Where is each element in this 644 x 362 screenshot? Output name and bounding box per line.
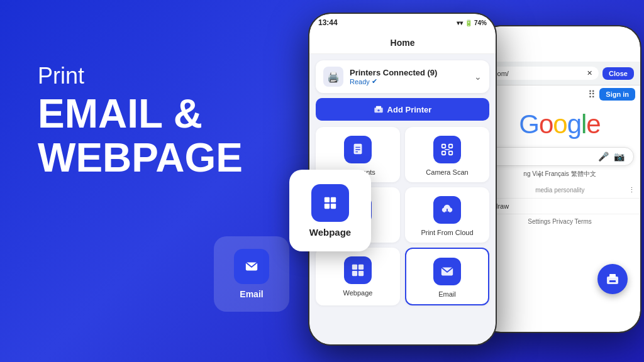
status-time: 13:44 [318, 18, 338, 27]
webpage-card-label: Webpage [309, 227, 351, 238]
svg-rect-15 [442, 151, 446, 155]
wifi-icon: ▾▾ [457, 19, 463, 26]
svg-rect-26 [609, 274, 616, 278]
status-bar: 13:44 ▾▾ 🔋 74% [309, 14, 496, 31]
svg-rect-14 [449, 145, 453, 148]
add-printer-label: Add Printer [387, 105, 432, 114]
battery-percent: 74% [474, 19, 487, 26]
list-item-meta-1: media personality [535, 187, 584, 194]
camera-scan-label: Camera Scan [426, 168, 468, 176]
webpage-grid-icon [344, 256, 372, 284]
email-card-icon [234, 249, 269, 284]
webpage-floating-card[interactable]: Webpage [289, 170, 371, 251]
add-printer-button[interactable]: Add Printer [316, 98, 489, 121]
email-grid-icon [433, 258, 461, 285]
svg-rect-13 [442, 145, 446, 148]
svg-rect-3 [325, 203, 330, 208]
check-icon: ✔ [372, 77, 377, 85]
sign-in-button[interactable]: Sign in [599, 88, 635, 101]
network-icon [323, 196, 337, 210]
svg-rect-20 [352, 265, 357, 270]
print-from-cloud-label: Print From Cloud [421, 229, 473, 236]
documents-icon [344, 136, 372, 163]
svg-rect-8 [378, 109, 379, 111]
email-floating-card[interactable]: Email [214, 236, 289, 312]
printer-text: Printers Connected (9) Ready ✔ [350, 68, 437, 85]
svg-rect-9 [354, 144, 362, 155]
svg-rect-21 [358, 265, 364, 270]
svg-rect-4 [331, 203, 336, 208]
status-icons: ▾▾ 🔋 74% [457, 19, 487, 26]
clear-icon[interactable]: ✕ [587, 69, 592, 77]
main-title: EMAIL & WEBPAGE [38, 92, 243, 180]
mic-icon[interactable]: 🎤 [598, 151, 609, 162]
email-grid-label: Email [438, 290, 456, 298]
printer-icon: 🖨️ [323, 67, 343, 87]
print-fab-icon [605, 272, 620, 287]
printer-info: 🖨️ Printers Connected (9) Ready ✔ [323, 67, 437, 87]
camera-scan-icon [433, 136, 461, 163]
close-button[interactable]: Close [602, 67, 634, 80]
printer-status: Ready ✔ [350, 77, 437, 85]
webpage-card-icon [311, 184, 349, 222]
left-section: Print EMAIL & WEBPAGE [38, 63, 243, 180]
cloud-print-icon [433, 196, 461, 224]
svg-rect-2 [331, 197, 336, 202]
add-printer-icon [374, 104, 384, 114]
email-icon [245, 260, 258, 273]
svg-rect-16 [449, 151, 453, 155]
search-icons: 🎤 📷 [598, 151, 625, 162]
svg-rect-1 [325, 197, 330, 202]
grid-item-camera-scan[interactable]: Camera Scan [405, 127, 489, 182]
svg-rect-27 [609, 280, 616, 282]
printer-card[interactable]: 🖨️ Printers Connected (9) Ready ✔ ⌄ [316, 60, 489, 93]
nav-title: Home [391, 38, 415, 48]
grid-dots-icon[interactable]: ⠿ [588, 89, 596, 101]
webpage-grid-label: Webpage [343, 289, 373, 297]
camera-icon[interactable]: 📷 [614, 151, 625, 162]
grid-item-print-from-cloud[interactable]: Print From Cloud [405, 187, 489, 243]
svg-rect-23 [358, 271, 364, 276]
svg-rect-6 [376, 106, 381, 109]
chevron-down-icon: ⌄ [474, 72, 482, 82]
google-logo: Google [519, 109, 600, 139]
grid-item-email[interactable]: Email [405, 248, 489, 305]
grid-item-webpage[interactable]: Webpage [316, 248, 400, 305]
svg-rect-22 [352, 271, 357, 276]
print-label: Print [38, 63, 243, 89]
email-card-label: Email [240, 289, 263, 299]
battery-icon: 🔋 [465, 19, 472, 26]
fab-print-button[interactable] [597, 264, 628, 294]
nav-bar: Home [309, 31, 496, 54]
printer-name: Printers Connected (9) [350, 68, 437, 77]
more-icon-1[interactable]: ⋮ [628, 186, 635, 194]
